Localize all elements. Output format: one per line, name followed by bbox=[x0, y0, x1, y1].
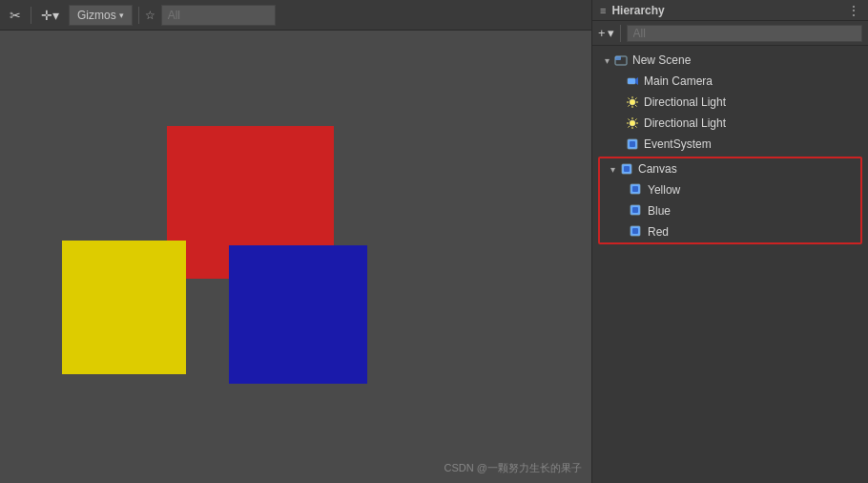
scene-canvas: CSDN @一颗努力生长的果子 bbox=[0, 31, 591, 483]
blue-item[interactable]: Blue bbox=[600, 200, 860, 221]
directional-light-1-item[interactable]: Directional Light bbox=[592, 92, 868, 113]
hierarchy-toolbar: + ▾ bbox=[592, 21, 868, 46]
blue-label: Blue bbox=[648, 204, 671, 218]
canvas-item[interactable]: ▾ Canvas bbox=[600, 158, 860, 179]
canvas-icon bbox=[619, 161, 634, 177]
directional-light-1-label: Directional Light bbox=[644, 95, 726, 109]
add-dropdown-arrow: ▾ bbox=[608, 26, 614, 40]
canvas-arrow: ▾ bbox=[606, 164, 619, 175]
blue-rect bbox=[229, 245, 367, 384]
svg-rect-2 bbox=[628, 78, 635, 84]
canvas-group: ▾ Canvas bbox=[598, 157, 862, 244]
hierarchy-title: Hierarchy bbox=[611, 4, 664, 17]
hierarchy-panel: ≡ Hierarchy ⋮ + ▾ ▾ bbox=[591, 0, 868, 483]
toolbar-divider-1 bbox=[31, 7, 31, 24]
red-icon bbox=[629, 224, 644, 240]
svg-rect-23 bbox=[630, 141, 635, 147]
add-plus-icon: + bbox=[598, 26, 606, 40]
svg-line-11 bbox=[635, 98, 636, 99]
svg-line-12 bbox=[629, 105, 630, 106]
event-system-icon bbox=[625, 136, 640, 152]
main-camera-icon bbox=[625, 74, 640, 89]
blue-icon bbox=[629, 203, 644, 219]
svg-point-13 bbox=[630, 120, 635, 126]
new-scene-item[interactable]: ▾ New Scene bbox=[592, 50, 868, 71]
svg-rect-27 bbox=[632, 186, 638, 192]
gizmos-button[interactable]: Gizmos ▾ bbox=[69, 5, 133, 26]
svg-line-20 bbox=[635, 119, 636, 120]
yellow-rect bbox=[62, 241, 186, 374]
hierarchy-panel-icon: ≡ bbox=[600, 5, 606, 16]
canvas-label: Canvas bbox=[638, 162, 677, 176]
directional-light-2-item[interactable]: Directional Light bbox=[592, 113, 868, 134]
main-camera-label: Main Camera bbox=[644, 74, 713, 88]
new-scene-icon bbox=[613, 52, 629, 68]
svg-marker-3 bbox=[635, 77, 638, 85]
svg-line-18 bbox=[629, 119, 630, 120]
scene-search-input[interactable] bbox=[161, 5, 276, 26]
move-icon[interactable]: ✛▾ bbox=[37, 6, 63, 25]
svg-line-21 bbox=[629, 126, 630, 127]
yellow-icon bbox=[629, 182, 644, 198]
hierarchy-toolbar-divider bbox=[620, 25, 621, 42]
svg-rect-25 bbox=[624, 166, 630, 172]
scissors-icon[interactable]: ✂ bbox=[6, 6, 25, 25]
event-system-label: EventSystem bbox=[644, 137, 712, 151]
scene-panel: ✂ ✛▾ Gizmos ▾ ☆ CSDN @一颗努力生长的果子 bbox=[0, 0, 591, 483]
hierarchy-header: ≡ Hierarchy ⋮ bbox=[592, 0, 868, 21]
hierarchy-search-input[interactable] bbox=[627, 25, 862, 42]
add-button[interactable]: + ▾ bbox=[598, 26, 614, 40]
event-system-item[interactable]: EventSystem bbox=[592, 134, 868, 155]
svg-rect-29 bbox=[632, 207, 638, 213]
yellow-label: Yellow bbox=[648, 183, 680, 197]
toolbar-divider-2 bbox=[138, 7, 139, 24]
new-scene-arrow: ▾ bbox=[600, 55, 613, 66]
yellow-item[interactable]: Yellow bbox=[600, 179, 860, 200]
directional-light-1-icon bbox=[625, 94, 640, 110]
red-label: Red bbox=[648, 225, 669, 239]
watermark: CSDN @一颗努力生长的果子 bbox=[444, 461, 582, 475]
directional-light-2-icon bbox=[625, 116, 640, 131]
directional-light-2-label: Directional Light bbox=[644, 116, 726, 130]
svg-rect-31 bbox=[632, 228, 638, 234]
svg-line-19 bbox=[635, 126, 636, 127]
gizmos-dropdown-arrow: ▾ bbox=[119, 10, 124, 20]
search-prefix: ☆ bbox=[145, 9, 155, 22]
app-container: ✂ ✛▾ Gizmos ▾ ☆ CSDN @一颗努力生长的果子 ≡ Hierar… bbox=[0, 0, 868, 483]
new-scene-label: New Scene bbox=[632, 53, 691, 67]
main-camera-item[interactable]: Main Camera bbox=[592, 71, 868, 92]
hierarchy-list: ▾ New Scene Main Came bbox=[592, 46, 868, 483]
svg-line-9 bbox=[629, 98, 630, 99]
red-item[interactable]: Red bbox=[600, 221, 860, 242]
svg-point-4 bbox=[630, 99, 635, 105]
svg-line-10 bbox=[635, 105, 636, 106]
scene-toolbar: ✂ ✛▾ Gizmos ▾ ☆ bbox=[0, 0, 591, 31]
hierarchy-options-icon[interactable]: ⋮ bbox=[847, 3, 860, 18]
svg-rect-1 bbox=[615, 56, 621, 60]
